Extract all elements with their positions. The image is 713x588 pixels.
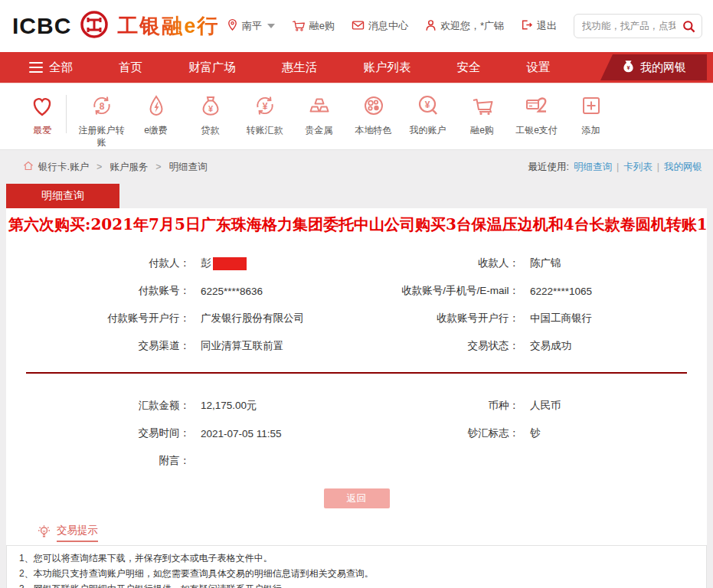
- cart-icon: [292, 19, 306, 34]
- quickbar-item-label: 添加: [564, 125, 618, 137]
- transaction-banner: 第六次购买:2021年7月5日广东珠海格力集团委托中山公司购买3台保温压边机和4…: [6, 208, 707, 236]
- money-bag-yen-icon: ¥: [183, 92, 237, 121]
- channel-label: 交易渠道：: [6, 339, 190, 353]
- quickbar-item-favorites[interactable]: 最爱: [20, 92, 64, 137]
- icbc-logo-icon: [79, 9, 110, 43]
- quickbar-item-icbc-epay[interactable]: 工银e支付: [509, 92, 564, 137]
- nav-item-wealth-plaza[interactable]: 财富广场: [188, 60, 236, 76]
- message-center-link[interactable]: 消息中心: [352, 19, 408, 33]
- quickbar-item-my-account[interactable]: ¥ 我的账户: [401, 92, 455, 137]
- payee-bank-value: 中国工商银行: [530, 312, 592, 325]
- payer-bank-label: 付款账号开户行：: [6, 312, 190, 325]
- card-epay-icon: [509, 92, 564, 121]
- quickbar-item-precious-metals[interactable]: 贵金属: [292, 92, 346, 137]
- detail-panel: 第六次购买:2021年7月5日广东珠海格力集团委托中山公司购买3台保温压边机和4…: [6, 208, 707, 576]
- quickbar-item-transfer-remit[interactable]: ¥ 转账汇款: [237, 92, 292, 137]
- transfer-yen-icon: ¥: [237, 92, 292, 121]
- time-label: 交易时间：: [6, 426, 190, 440]
- add-plus-icon: [564, 92, 618, 121]
- redaction-block: [213, 257, 247, 270]
- my-ebank-label: 我的网银: [640, 60, 686, 75]
- breadcrumb-account-services[interactable]: 账户服务: [110, 161, 148, 174]
- breadcrumb-detail-query[interactable]: 明细查询: [169, 161, 208, 174]
- nav-item-settings[interactable]: 设置: [527, 60, 551, 76]
- time-value: 2021-07-05 11:55: [201, 428, 282, 439]
- rong-e-gou-link[interactable]: 融e购: [292, 19, 335, 34]
- top-header: ICBC 工银融e行 南平 融e购: [0, 0, 713, 52]
- detail-fields-top: 付款人： 彭 收款人： 陈广锦 付款账号： 6225****8636 收款账号/…: [6, 250, 707, 360]
- detail-row: 附言：: [6, 447, 707, 475]
- nav-item-home[interactable]: 首页: [119, 60, 142, 76]
- recent-link-detail-query[interactable]: 明细查询: [574, 161, 612, 174]
- quickbar-item-add[interactable]: 添加: [564, 92, 618, 137]
- search-box: [574, 14, 702, 38]
- welcome-label: 欢迎您，*广锦: [440, 19, 504, 33]
- quickbar-item-epayment-fees[interactable]: e缴费: [129, 92, 183, 137]
- breadcrumb: 银行卡.账户 > 账户服务 > 明细查询: [23, 161, 208, 174]
- tip-line-3: 3、网银互联账户明细由开户银行提供，如有疑问请联系开户银行。: [19, 582, 694, 588]
- lightbulb-icon: [37, 524, 51, 542]
- quickbar-item-label: 转账汇款: [237, 125, 292, 137]
- divider: |: [657, 162, 659, 172]
- search-icon[interactable]: [682, 19, 696, 36]
- menu-icon: [29, 62, 43, 74]
- payee-label: 收款人：: [355, 256, 519, 270]
- nav-item-account-list[interactable]: 账户列表: [364, 60, 411, 76]
- amount-value: 12,175.00元: [201, 399, 257, 413]
- status-label: 交易状态：: [355, 339, 519, 353]
- recently-used-label: 最近使用:: [528, 161, 569, 174]
- quickbar-item-rong-e-gou[interactable]: 融e购: [455, 92, 509, 137]
- payee-account-label: 收款账号/手机号/E-mail：: [355, 284, 519, 298]
- my-ebank-button[interactable]: ¥ 我的网银: [600, 54, 707, 80]
- quickbar-item-register-transfer[interactable]: 8 注册账户转账: [74, 92, 129, 149]
- tips-title: 交易提示: [57, 524, 98, 542]
- recent-link-my-ebank[interactable]: 我的网银: [664, 161, 702, 174]
- detail-row: 付款人： 彭 收款人： 陈广锦: [6, 250, 707, 277]
- nav-item-hui-life[interactable]: 惠生活: [282, 60, 318, 76]
- detail-fields-bottom: 汇款金额： 12,175.00元 币种： 人民币 交易时间： 2021-07-0…: [6, 392, 707, 475]
- location-selector[interactable]: 南平: [227, 18, 275, 34]
- quickbar-item-loans[interactable]: ¥ 贷款: [183, 92, 237, 137]
- payer-value: 彭: [201, 256, 247, 270]
- recently-used: 最近使用: 明细查询 | 卡列表 | 我的网银: [528, 161, 702, 174]
- svg-text:¥: ¥: [262, 101, 267, 112]
- detail-row: 交易渠道： 同业清算互联前置 交易状态： 交易成功: [6, 332, 707, 360]
- plate-dots-icon: [346, 92, 401, 121]
- nav-label: 惠生活: [282, 60, 318, 76]
- divider: [66, 95, 67, 133]
- chevron-down-icon: [267, 24, 275, 28]
- quickbar-item-label: 注册账户转账: [74, 125, 129, 149]
- nav-item-security[interactable]: 安全: [457, 60, 481, 76]
- main-nav: 全部 首页 财富广场 惠生活 账户列表 安全 设置 ¥ 我的网银: [0, 52, 713, 83]
- svg-text:8: 8: [99, 101, 104, 112]
- logout-button[interactable]: 退出: [521, 19, 557, 33]
- welcome-user[interactable]: 欢迎您，*广锦: [425, 19, 504, 34]
- section-divider: [26, 372, 687, 374]
- home-icon[interactable]: [23, 161, 34, 173]
- quickbar-item-local-features[interactable]: 本地特色: [346, 92, 401, 137]
- tips-box: 1、您可以将查询结果下载，并保存到文本或电子表格文件中。 2、本功能只支持查询账…: [6, 545, 707, 588]
- payee-account-value: 6222****1065: [530, 286, 592, 297]
- back-button[interactable]: 返回: [324, 488, 390, 508]
- user-icon: [425, 19, 437, 34]
- nav-item-all[interactable]: 全部: [29, 60, 73, 76]
- logout-label: 退出: [537, 19, 557, 33]
- svg-text:¥: ¥: [208, 104, 213, 113]
- location-pin-icon: [227, 18, 238, 34]
- memo-label: 附言：: [6, 454, 190, 468]
- magnifier-yen-icon: ¥: [401, 92, 455, 121]
- detail-row: 交易时间： 2021-07-05 11:55 钞汇标志： 钞: [6, 420, 707, 447]
- amount-label: 汇款金额：: [6, 399, 190, 413]
- payer-account-value: 6225****8636: [201, 286, 263, 297]
- quickbar-item-label: 工银e支付: [509, 125, 564, 137]
- breadcrumb-bank-card-account[interactable]: 银行卡.账户: [38, 161, 89, 174]
- tab-detail-query[interactable]: 明细查询: [6, 184, 119, 208]
- logo[interactable]: ICBC 工银融e行: [12, 9, 219, 43]
- gold-bars-icon: [292, 92, 346, 121]
- divider: |: [617, 162, 619, 172]
- money-bag-icon: ¥: [622, 60, 635, 76]
- recent-link-card-list[interactable]: 卡列表: [623, 161, 652, 174]
- brand-name: 工银融e行: [117, 12, 219, 40]
- nav-label: 设置: [527, 60, 551, 76]
- nav-label: 全部: [49, 60, 73, 76]
